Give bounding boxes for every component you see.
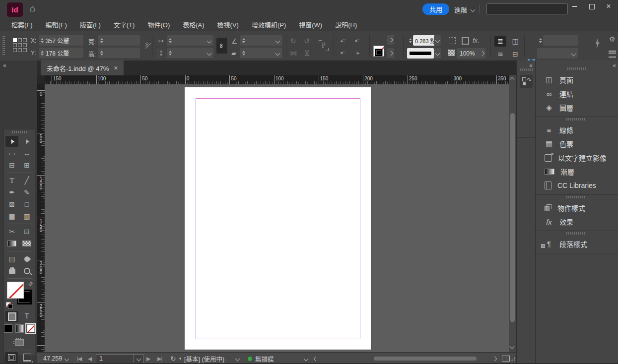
horizontal-scrollbar[interactable] — [321, 356, 491, 361]
apply-none-button[interactable] — [27, 324, 35, 332]
width-field[interactable] — [98, 35, 140, 46]
spread-rotation-icon[interactable]: ↻▾ — [170, 353, 181, 364]
stepper[interactable] — [98, 38, 105, 43]
stepper[interactable] — [98, 51, 105, 56]
panel-grip[interactable] — [2, 36, 5, 55]
panel-item-swatches[interactable]: ▦色票 — [536, 137, 618, 151]
stroke-type-field[interactable] — [407, 48, 434, 59]
preflight-status[interactable]: 無錯誤 — [248, 353, 274, 364]
panel-item-object-styles[interactable]: 物件樣式 — [536, 201, 618, 215]
stroke-weight-dropdown[interactable] — [434, 35, 441, 46]
zoom-level-control[interactable]: 47.259 — [43, 353, 69, 364]
gradient-feather-tool[interactable] — [20, 238, 33, 249]
minimize-button[interactable] — [566, 0, 583, 13]
close-button[interactable]: × — [600, 0, 617, 13]
tools-grip[interactable] — [12, 131, 27, 133]
page-number-control[interactable]: 1 — [96, 353, 143, 364]
apply-color-button[interactable] — [4, 324, 12, 333]
collapse-dock-chevron[interactable]: « — [613, 62, 616, 69]
stepper[interactable] — [39, 51, 46, 56]
expand-dock-chevron[interactable]: « — [529, 62, 532, 69]
spread-view-icon[interactable] — [502, 353, 510, 364]
collapse-tools-chevron[interactable]: « — [3, 62, 6, 69]
fill-proxy-swatch[interactable] — [7, 282, 24, 299]
scroll-down-icon[interactable] — [510, 344, 514, 349]
fill-stroke-proxy[interactable]: ⇄ — [6, 282, 33, 307]
panel-item-pages[interactable]: ◫頁面 — [536, 73, 618, 87]
stroke-swatch[interactable] — [375, 49, 383, 57]
vertical-scrollbar[interactable] — [509, 75, 516, 352]
scissors-tool[interactable]: ✂ — [5, 226, 18, 237]
height-field[interactable] — [98, 48, 140, 58]
reference-point-proxy[interactable] — [13, 38, 27, 52]
select-next-object-icon[interactable]: ∵▸ — [354, 50, 359, 56]
panel-item-links[interactable]: ∞連結 — [536, 87, 618, 101]
home-icon[interactable]: ⌂ — [30, 3, 35, 14]
maximize-button[interactable] — [583, 0, 600, 13]
constrain-scale-button[interactable]: ∞ — [216, 38, 227, 54]
pencil-tool[interactable]: ✎ — [20, 187, 33, 198]
select-container-button[interactable]: P — [319, 40, 329, 51]
object-style-dropdown[interactable] — [537, 48, 578, 59]
preflight-profile[interactable]: [基本] (使用中) — [184, 353, 224, 364]
stroke-weight-field[interactable]: 0.283 點 — [413, 35, 436, 46]
menu-item[interactable]: 版面(L) — [73, 20, 107, 29]
eyedropper-tool[interactable] — [20, 253, 33, 264]
drop-shadow-icon[interactable] — [462, 37, 469, 45]
panel-item-text-to-image[interactable]: 以文字建立影像 — [536, 151, 618, 165]
opacity-options-button[interactable] — [479, 48, 485, 58]
x-position-field[interactable]: 357 公釐 — [39, 35, 83, 46]
document-tab[interactable]: 未命名-1.indd @ 47% × — [41, 61, 124, 75]
panel-item-paragraph-styles[interactable]: ¶段落樣式 — [536, 237, 618, 251]
hand-tool[interactable] — [5, 265, 18, 276]
apply-gradient-button[interactable] — [15, 324, 24, 333]
object-style-field[interactable] — [543, 35, 578, 46]
vertical-grid-tool[interactable]: ▥ — [20, 211, 33, 222]
pen-tool[interactable]: ✒ — [5, 187, 18, 198]
menu-item[interactable]: 增效模組(P) — [245, 20, 292, 29]
line-tool[interactable]: ╱ — [20, 175, 33, 186]
wrap-around-bounding-box-button[interactable]: ◫ — [509, 36, 521, 47]
gradient-swatch-tool[interactable] — [5, 238, 18, 249]
horizontal-scrollbar-thumb[interactable] — [374, 357, 477, 361]
stroke-options-button[interactable] — [387, 48, 394, 58]
vertical-ruler[interactable]: 050100150200250 — [37, 84, 45, 352]
search-input[interactable] — [486, 3, 568, 14]
page-dropdown[interactable] — [134, 355, 143, 363]
scale-x-field[interactable] — [167, 35, 213, 46]
flip-horizontal-button[interactable]: ⋈ — [290, 50, 297, 57]
panel-menu-icon[interactable] — [609, 51, 616, 58]
zoom-tool[interactable] — [20, 265, 33, 276]
wrap-around-object-shape-button[interactable]: ≋ — [494, 49, 506, 60]
first-page-button[interactable]: |◀ — [77, 353, 81, 364]
preflight-profile-dropdown[interactable] — [236, 353, 239, 364]
menu-item[interactable]: 檔案(F) — [5, 20, 39, 29]
menu-item[interactable]: 編輯(E) — [39, 20, 73, 29]
stroke-type-dropdown[interactable] — [434, 48, 441, 59]
ruler-origin[interactable] — [37, 75, 45, 85]
scroll-left-icon[interactable] — [314, 353, 318, 364]
scale-y-field[interactable] — [167, 48, 213, 58]
horizontal-grid-tool[interactable]: ▦ — [5, 211, 18, 222]
resize-grip[interactable] — [511, 353, 515, 364]
stepper[interactable] — [39, 38, 46, 43]
corner-options-icon[interactable] — [449, 37, 456, 44]
color-theme-strip-icon[interactable] — [13, 337, 26, 348]
quick-apply-icon[interactable] — [595, 38, 600, 49]
formatting-affects-text-button[interactable]: T — [20, 311, 33, 322]
constrain-dimensions-icon[interactable]: ∞ — [143, 41, 150, 49]
jump-object-button[interactable]: ⊟ — [509, 49, 521, 60]
next-page-button[interactable]: ▶ — [146, 353, 150, 364]
menu-item[interactable]: 表格(A) — [176, 20, 210, 29]
horizontal-ruler[interactable]: 15010050050100150200250300350 — [45, 75, 509, 84]
menu-item[interactable]: 說明(H) — [329, 20, 363, 29]
pasteboard[interactable] — [45, 84, 509, 352]
panel-item-layers[interactable]: ◈圖層 — [536, 101, 618, 115]
panel-item-gradient[interactable]: 漸層 — [536, 165, 618, 179]
previous-page-button[interactable]: ◀ — [88, 353, 91, 364]
swap-fill-stroke-icon[interactable]: ⇄ — [27, 280, 35, 288]
dock-grip[interactable] — [567, 67, 587, 70]
opacity-field[interactable]: 100% — [457, 48, 481, 59]
page-tool[interactable]: ▭ — [5, 148, 18, 159]
content-placer-tool[interactable]: ⊞ — [20, 160, 33, 171]
